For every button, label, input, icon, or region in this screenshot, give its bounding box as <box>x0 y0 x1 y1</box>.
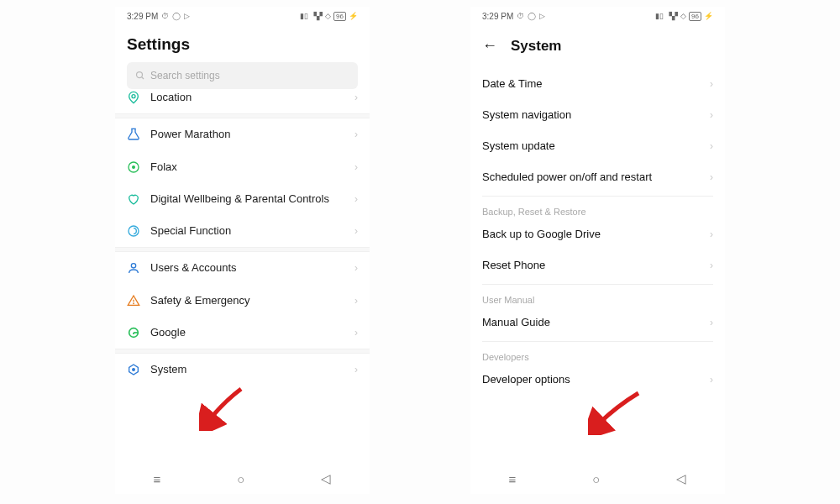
system-item-backup-drive[interactable]: Back up to Google Drive › <box>470 218 725 249</box>
settings-item-label: System <box>150 363 354 376</box>
chevron-right-icon: › <box>354 129 358 140</box>
status-bar: 3:29 PM ⏱ ◯ ▷ ▮▯ ▝▞ ◇ 96 ⚡ <box>470 7 725 24</box>
chevron-right-icon: › <box>710 109 713 121</box>
settings-item-users-accounts[interactable]: Users & Accounts › <box>115 252 370 284</box>
system-item-label: Developer options <box>482 373 570 386</box>
divider <box>482 196 713 197</box>
nav-bar: ≡ ○ ◁ <box>470 464 725 494</box>
back-button[interactable]: ← <box>479 35 501 56</box>
system-icon <box>127 363 150 376</box>
wifi-icon: ◇ <box>325 12 331 20</box>
play-icon: ▷ <box>539 12 545 20</box>
settings-item-power-marathon[interactable]: Power Marathon › <box>115 118 370 150</box>
settings-item-system[interactable]: System › <box>115 354 370 386</box>
chevron-right-icon: › <box>710 140 713 152</box>
settings-item-folax[interactable]: Folax › <box>115 151 370 183</box>
system-item-label: System update <box>482 139 555 152</box>
system-item-scheduled-power[interactable]: Scheduled power on/off and restart › <box>470 161 725 192</box>
svg-point-14 <box>133 369 135 371</box>
system-item-manual-guide[interactable]: Manual Guide › <box>470 307 725 338</box>
wifi-icon: ◇ <box>680 12 686 20</box>
search-input[interactable]: Search settings <box>127 62 358 89</box>
chevron-right-icon: › <box>354 161 358 173</box>
red-arrow-annotation <box>588 389 647 435</box>
battery-indicator: 96 <box>689 12 701 21</box>
system-item-date-time[interactable]: Date & Time › <box>470 68 725 99</box>
search-icon <box>135 71 145 81</box>
svg-point-0 <box>137 72 143 78</box>
settings-item-safety-emergency[interactable]: Safety & Emergency › <box>115 285 370 317</box>
chevron-right-icon: › <box>710 374 713 386</box>
system-item-developer-options[interactable]: Developer options › <box>470 364 725 395</box>
system-list: Date & Time › System navigation › System… <box>470 68 725 395</box>
page-title: Settings <box>115 24 370 62</box>
nav-back-button[interactable]: ◁ <box>676 471 686 486</box>
settings-item-label: Folax <box>150 160 354 174</box>
warning-icon <box>127 294 150 307</box>
system-item-label: System navigation <box>482 108 571 121</box>
vibrate-icon: ▮▯ <box>655 12 664 20</box>
play-icon: ▷ <box>184 12 190 20</box>
nav-back-button[interactable]: ◁ <box>321 471 331 486</box>
settings-item-label: Users & Accounts <box>150 261 354 275</box>
nav-home-button[interactable]: ○ <box>237 472 244 486</box>
page-title: System <box>511 38 561 55</box>
system-item-label: Scheduled power on/off and restart <box>482 171 652 183</box>
settings-item-digital-wellbeing[interactable]: Digital Wellbeing & Parental Controls › <box>115 183 370 215</box>
divider <box>482 341 713 342</box>
system-header: ← System <box>470 24 725 68</box>
alarm-icon: ⏱ <box>517 12 524 20</box>
nav-recent-button[interactable]: ≡ <box>154 472 161 486</box>
settings-item-label: Google <box>150 326 354 339</box>
chevron-right-icon: › <box>354 262 358 274</box>
chevron-right-icon: › <box>710 171 713 183</box>
chevron-right-icon: › <box>354 295 358 307</box>
alarm-icon: ⏱ <box>161 12 169 20</box>
chevron-right-icon: › <box>710 260 713 271</box>
special-icon <box>127 224 150 238</box>
system-item-label: Back up to Google Drive <box>482 228 601 240</box>
status-time: 3:29 PM <box>127 12 158 21</box>
section-header-developers: Developers <box>470 345 725 364</box>
signal-icon: ▝▞ <box>666 12 678 20</box>
charging-icon: ⚡ <box>704 12 713 20</box>
settings-item-label: Safety & Emergency <box>150 294 354 307</box>
svg-point-9 <box>134 303 134 304</box>
signal-icon: ▝▞ <box>311 12 323 20</box>
dnd-icon: ◯ <box>172 12 181 20</box>
search-placeholder: Search settings <box>150 70 220 81</box>
system-item-label: Manual Guide <box>482 316 550 328</box>
svg-point-2 <box>132 95 135 98</box>
chevron-right-icon: › <box>354 193 358 205</box>
settings-item-label: Power Marathon <box>150 128 354 141</box>
system-item-system-update[interactable]: System update › <box>470 130 725 161</box>
chevron-right-icon: › <box>354 327 358 339</box>
settings-item-label: Digital Wellbeing & Parental Controls <box>150 192 354 206</box>
settings-item-label: Location <box>150 91 354 104</box>
settings-item-label: Special Function <box>150 224 354 238</box>
svg-point-7 <box>131 264 135 268</box>
chevron-right-icon: › <box>354 364 358 375</box>
system-item-label: Reset Phone <box>482 259 545 271</box>
phone-settings: 3:29 PM ⏱ ◯ ▷ ▮▯ ▝▞ ◇ 96 ⚡ Settings Sear… <box>115 7 370 494</box>
nav-home-button[interactable]: ○ <box>592 472 600 486</box>
settings-item-google[interactable]: Google › <box>115 317 370 349</box>
status-time: 3:29 PM <box>482 12 513 21</box>
settings-item-special-function[interactable]: Special Function › <box>115 215 370 247</box>
settings-item-location[interactable]: Location › <box>115 91 370 113</box>
charging-icon: ⚡ <box>349 12 358 20</box>
section-header-user-manual: User Manual <box>470 288 725 307</box>
vibrate-icon: ▮▯ <box>300 12 308 20</box>
system-item-reset-phone[interactable]: Reset Phone › <box>470 249 725 281</box>
user-icon <box>127 261 150 275</box>
system-item-system-navigation[interactable]: System navigation › <box>470 99 725 130</box>
google-icon <box>127 326 150 339</box>
section-header-backup: Backup, Reset & Restore <box>470 200 725 218</box>
folax-icon <box>127 160 150 174</box>
chevron-right-icon: › <box>354 92 358 103</box>
chevron-right-icon: › <box>710 317 713 328</box>
battery-indicator: 96 <box>333 12 346 21</box>
nav-recent-button[interactable]: ≡ <box>509 472 517 486</box>
svg-point-5 <box>133 165 135 168</box>
chevron-right-icon: › <box>354 225 358 237</box>
